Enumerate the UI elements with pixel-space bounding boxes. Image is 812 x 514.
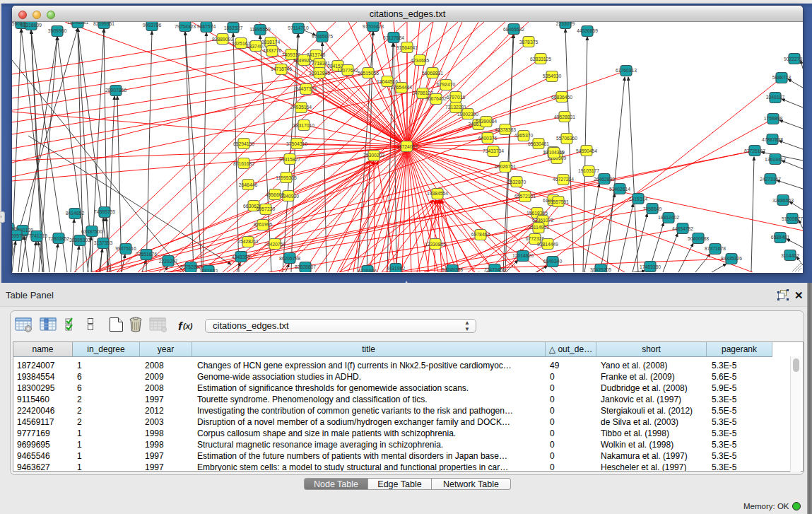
svg-text:73433734: 73433734 xyxy=(483,148,504,153)
svg-text:26114913: 26114913 xyxy=(528,225,549,230)
svg-text:74395755: 74395755 xyxy=(94,209,115,214)
svg-text:87161682: 87161682 xyxy=(233,161,254,166)
svg-text:72803852: 72803852 xyxy=(48,236,69,241)
svg-text:62833125: 62833125 xyxy=(530,57,551,62)
svg-text:99075116: 99075116 xyxy=(115,246,136,251)
svg-text:1182633: 1182633 xyxy=(199,269,218,272)
svg-text:2233079: 2233079 xyxy=(556,22,575,26)
svg-text:3909960: 3909960 xyxy=(48,28,67,33)
svg-text:4333776: 4333776 xyxy=(263,48,282,53)
svg-text:17104319: 17104319 xyxy=(543,150,565,155)
svg-text:24595711: 24595711 xyxy=(12,233,27,238)
svg-text:87371678: 87371678 xyxy=(705,246,726,251)
svg-text:13613412: 13613412 xyxy=(765,157,786,162)
svg-text:2646446: 2646446 xyxy=(239,182,258,187)
svg-text:82199351: 82199351 xyxy=(93,22,114,26)
svg-text:82828807: 82828807 xyxy=(295,264,316,269)
svg-text:93814449: 93814449 xyxy=(537,242,558,247)
svg-text:6400376: 6400376 xyxy=(478,136,498,141)
svg-text:19103177: 19103177 xyxy=(578,168,599,173)
svg-text:18724007: 18724007 xyxy=(396,144,418,149)
svg-text:5888718: 5888718 xyxy=(772,75,792,80)
svg-text:4126906: 4126906 xyxy=(358,269,377,272)
svg-text:4365370: 4365370 xyxy=(514,133,534,138)
svg-text:28907866: 28907866 xyxy=(105,88,126,93)
svg-text:22470455: 22470455 xyxy=(484,267,505,272)
svg-text:51505877: 51505877 xyxy=(782,216,803,221)
svg-text:19384554: 19384554 xyxy=(427,191,448,196)
svg-text:4431982: 4431982 xyxy=(387,266,406,271)
svg-text:18312402: 18312402 xyxy=(658,215,679,220)
svg-text:68465632: 68465632 xyxy=(503,27,524,32)
svg-text:3137353: 3137353 xyxy=(94,240,113,245)
svg-text:65294130: 65294130 xyxy=(233,141,254,146)
svg-text:64390084: 64390084 xyxy=(476,119,497,124)
svg-text:34786122: 34786122 xyxy=(412,90,433,95)
svg-text:11995305: 11995305 xyxy=(276,175,297,180)
svg-text:86205798: 86205798 xyxy=(279,256,300,261)
svg-text:88317010: 88317010 xyxy=(293,123,314,128)
svg-text:67127684: 67127684 xyxy=(383,35,404,40)
svg-text:7413748: 7413748 xyxy=(307,52,326,57)
svg-text:49528831: 49528831 xyxy=(554,115,575,119)
svg-text:8261995: 8261995 xyxy=(254,222,273,227)
svg-text:31912845: 31912845 xyxy=(309,71,330,76)
svg-text:18002390: 18002390 xyxy=(457,112,478,117)
svg-text:6772326: 6772326 xyxy=(526,236,545,241)
svg-text:56515055: 56515055 xyxy=(358,71,379,76)
svg-text:99752882: 99752882 xyxy=(180,264,201,269)
svg-text:6957220: 6957220 xyxy=(257,206,276,211)
svg-text:4234685: 4234685 xyxy=(411,58,430,63)
svg-text:12330805: 12330805 xyxy=(425,242,446,247)
svg-text:93557591: 93557591 xyxy=(548,199,569,204)
svg-text:36676402: 36676402 xyxy=(425,96,447,101)
svg-text:83726167: 83726167 xyxy=(744,148,765,153)
svg-text:6792470: 6792470 xyxy=(437,82,456,87)
svg-text:25428211: 25428211 xyxy=(237,239,259,244)
svg-text:55706360: 55706360 xyxy=(556,136,577,141)
svg-text:61760313: 61760313 xyxy=(616,68,637,73)
svg-text:97114710: 97114710 xyxy=(288,25,309,30)
svg-text:57249208: 57249208 xyxy=(442,267,463,272)
svg-text:1759898: 1759898 xyxy=(764,116,783,121)
svg-text:73420750: 73420750 xyxy=(264,242,286,247)
svg-text:4348395: 4348395 xyxy=(232,255,251,259)
svg-text:72651676: 72651676 xyxy=(136,252,157,257)
svg-text:90222791: 90222791 xyxy=(784,57,803,62)
svg-text:63387500: 63387500 xyxy=(81,229,102,234)
svg-text:17483380: 17483380 xyxy=(640,264,661,269)
svg-text:9093786: 9093786 xyxy=(143,23,162,28)
svg-text:62361078: 62361078 xyxy=(532,218,553,223)
svg-text:6849340: 6849340 xyxy=(543,259,563,264)
svg-text:3878375: 3878375 xyxy=(519,40,539,45)
svg-text:6589481: 6589481 xyxy=(771,235,790,240)
svg-text:45378383: 45378383 xyxy=(495,127,516,132)
svg-text:65572101: 65572101 xyxy=(514,194,536,199)
svg-text:6978464: 6978464 xyxy=(471,232,490,237)
svg-text:54590454: 54590454 xyxy=(576,148,597,153)
svg-text:30435205: 30435205 xyxy=(590,267,611,272)
svg-text:97465075: 97465075 xyxy=(312,34,333,39)
svg-text:47887838: 47887838 xyxy=(762,137,783,142)
svg-text:14718746: 14718746 xyxy=(271,66,292,71)
svg-text:7058649: 7058649 xyxy=(643,206,662,211)
svg-text:18246281: 18246281 xyxy=(67,22,88,25)
svg-text:27654444: 27654444 xyxy=(391,85,412,90)
svg-text:8818174: 8818174 xyxy=(261,40,281,45)
svg-text:46727204: 46727204 xyxy=(553,177,574,182)
svg-text:5354930: 5354930 xyxy=(543,74,562,78)
svg-text:91703423: 91703423 xyxy=(363,24,384,29)
svg-text:79754323: 79754323 xyxy=(175,24,196,29)
svg-text:60026751: 60026751 xyxy=(495,164,516,169)
svg-text:82889093: 82889093 xyxy=(212,37,233,42)
svg-text:56068831: 56068831 xyxy=(422,71,443,76)
svg-text:77741215: 77741215 xyxy=(26,233,47,238)
svg-text:38885393: 38885393 xyxy=(69,238,90,243)
svg-text:2220297: 2220297 xyxy=(159,259,178,264)
svg-text:32686563: 32686563 xyxy=(772,198,794,203)
svg-text:1419314: 1419314 xyxy=(629,197,648,201)
svg-text:50400088: 50400088 xyxy=(688,236,709,241)
svg-text:26462889: 26462889 xyxy=(594,177,615,182)
svg-text:11895559: 11895559 xyxy=(249,27,271,32)
svg-text:66836450: 66836450 xyxy=(551,95,572,100)
